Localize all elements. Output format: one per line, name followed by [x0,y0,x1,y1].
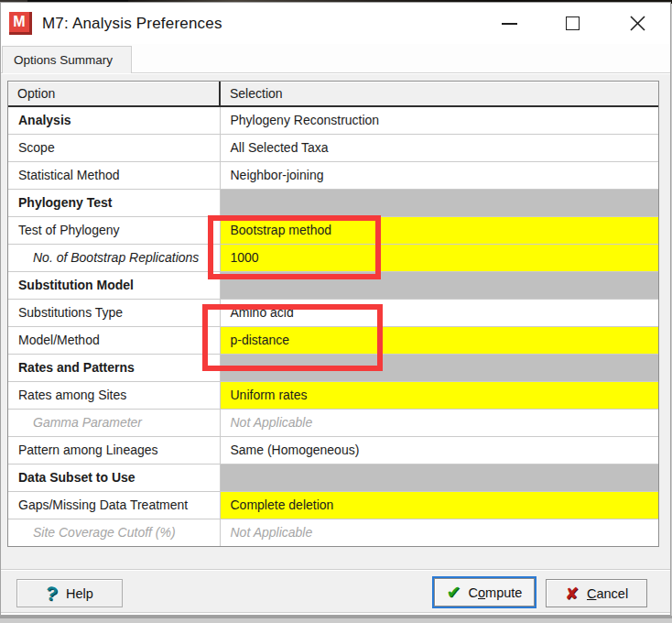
compute-button-label: Compute [469,585,523,600]
minimize-button[interactable] [488,3,530,44]
annotation-box-model [202,304,383,371]
option-label: Model/Method [8,326,220,354]
section-spacer [220,464,658,491]
selection-value[interactable]: Complete deletion [220,491,658,519]
table-row: Statistical Method Neighbor-joining [8,161,658,189]
cancel-button[interactable]: ✘ Cancel [546,579,647,607]
table-header-row: Option Selection [8,82,658,106]
minimize-icon [502,23,517,25]
selection-value: Not Applicable [220,409,658,436]
option-label: Scope [8,134,220,161]
help-button[interactable]: ? Help [16,579,123,607]
section-label: Substitution Model [8,271,220,299]
title-bar: M M7: Analysis Preferences [1,3,670,44]
annotation-box-bootstrap [208,215,381,279]
table-row: Rates among Sites Uniform rates [8,381,658,409]
table-row: Site Coverage Cutoff (%) Not Applicable [8,519,658,546]
selection-value: Not Applicable [220,519,658,546]
section-label: Rates and Patterns [8,354,220,381]
button-bar: ? Help ✔ Compute ✘ Cancel [1,571,670,613]
help-button-label: Help [66,586,93,601]
table-row: Pattern among Lineages Same (Homogeneous… [8,436,658,464]
compute-button[interactable]: ✔ Compute [432,576,537,608]
column-header-selection: Selection [220,82,658,106]
option-label: Pattern among Lineages [8,436,220,464]
table-row: Scope All Selected Taxa [8,134,658,161]
option-label: Statistical Method [8,161,220,189]
option-label: Analysis [8,106,220,134]
cancel-button-label: Cancel [587,586,628,601]
table-row: Gaps/Missing Data Treatment Complete del… [8,491,658,519]
window-drop-shadow [0,616,672,618]
selection-value[interactable]: Neighbor-joining [220,161,658,189]
option-label: Test of Phylogeny [8,216,220,244]
tab-options-summary[interactable]: Options Summary [2,46,132,73]
section-label: Data Subset to Use [8,464,220,491]
option-label: Site Coverage Cutoff (%) [8,519,220,546]
maximize-icon [566,16,580,30]
column-header-option: Option [8,82,220,106]
table-section-row: Phylogeny Test [8,189,658,216]
close-button[interactable] [616,3,658,44]
table-section-row: Data Subset to Use [8,464,658,491]
selection-value[interactable]: All Selected Taxa [220,134,658,161]
selection-value[interactable]: Phylogeny Reconstruction [220,106,658,134]
help-question-icon: ? [45,582,60,606]
table-row: Analysis Phylogeny Reconstruction [8,106,658,134]
option-label: Gamma Parameter [8,409,220,436]
section-spacer [220,189,658,216]
table-row: Gamma Parameter Not Applicable [8,409,658,436]
option-label: No. of Bootstrap Replications [8,244,220,271]
mega-app-icon: M [9,12,32,35]
tab-strip: Options Summary [1,44,670,73]
selection-value[interactable]: Uniform rates [220,381,658,409]
maximize-button[interactable] [551,3,593,44]
option-label: Substitutions Type [8,299,220,326]
close-icon [630,16,645,31]
option-label: Gaps/Missing Data Treatment [8,491,220,519]
x-mark-icon: ✘ [565,584,579,604]
section-label: Phylogeny Test [8,189,220,216]
window-title: M7: Analysis Preferences [42,15,222,33]
check-mark-icon: ✔ [447,582,461,603]
option-label: Rates among Sites [8,381,220,409]
selection-value[interactable]: Same (Homogeneous) [220,436,658,464]
